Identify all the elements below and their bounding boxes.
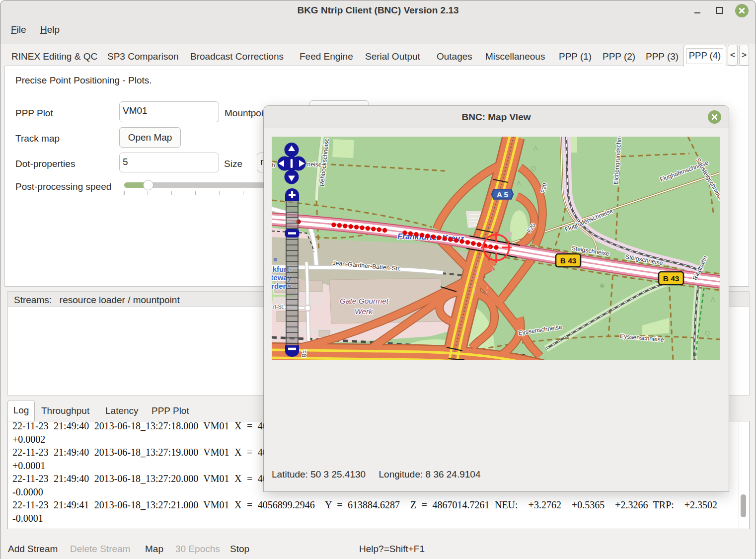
svg-text:B 43: B 43 — [560, 256, 577, 265]
svg-text:Rd.: Rd. — [301, 349, 307, 358]
svg-text:A 5: A 5 — [497, 190, 508, 199]
svg-text:Λ: Λ — [517, 179, 521, 187]
svg-text:th: th — [272, 162, 275, 168]
svg-text:Q: Q — [531, 164, 536, 172]
svg-text:Gate Gourmet: Gate Gourmet — [340, 297, 389, 305]
svg-text:neise: neise — [307, 160, 322, 168]
svg-text:rt-St.: rt-St. — [273, 304, 285, 310]
svg-text:Λ: Λ — [533, 145, 538, 152]
svg-text:B 43: B 43 — [663, 274, 680, 283]
svg-text:Q: Q — [705, 329, 710, 337]
svg-text:✱: ✱ — [600, 282, 605, 290]
svg-text:Werk: Werk — [355, 307, 373, 316]
svg-text:Λ: Λ — [711, 296, 715, 303]
